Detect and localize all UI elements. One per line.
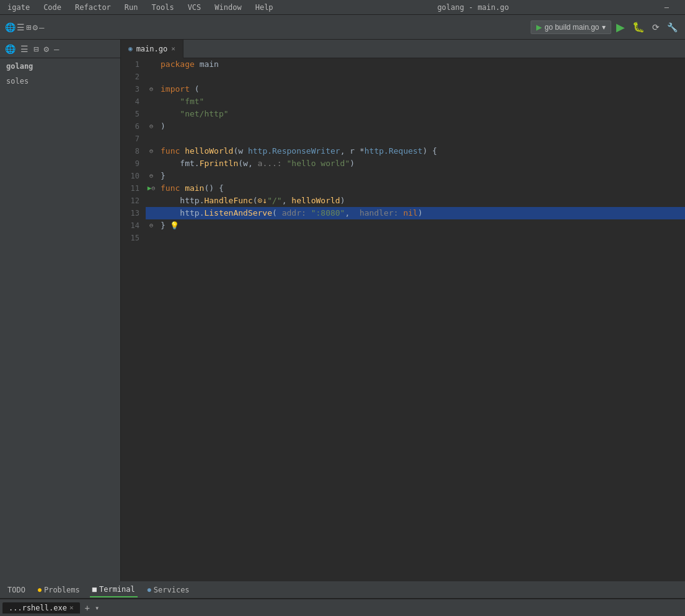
menu-refactor[interactable]: Refactor: [73, 2, 113, 13]
fold-icon-10[interactable]: ⊖: [149, 170, 153, 182]
code-line-9: 9 fmt.Fprintln(w, a...: "hello world"): [121, 157, 685, 170]
terminal-tabs: ...rshell.exe ✕ + ▾: [0, 599, 685, 616]
menu-vcs[interactable]: VCS: [185, 2, 204, 13]
code-line-6: 6 ⊖ ): [121, 120, 685, 133]
code-line-2: 2: [121, 71, 685, 83]
sidebar-minimize-icon[interactable]: —: [54, 44, 59, 54]
run-button[interactable]: ▶: [614, 18, 627, 37]
terminal-icon: ■: [92, 585, 97, 594]
code-line-11: 11 ▶⊖ func main() {: [121, 182, 685, 195]
code-line-15: 15: [121, 232, 685, 244]
terminal-tab-shell[interactable]: ...rshell.exe ✕: [2, 602, 80, 614]
toolbar-left-icons: 🌐 ☰ ⊞ ⚙ —: [5, 22, 44, 32]
window-title: golang - main.go: [435, 2, 511, 13]
code-line-14: 14 ⊖ } 💡: [121, 219, 685, 232]
bottom-tab-terminal[interactable]: ■ Terminal: [90, 583, 138, 597]
terminal-tab-label: ...rshell.exe: [9, 604, 67, 612]
code-line-13: 13 http.ListenAndServe( addr: ":8080", h…: [121, 207, 685, 219]
menu-igate[interactable]: igate: [5, 2, 32, 13]
bottom-tab-problems[interactable]: ● Problems: [35, 583, 82, 597]
terminal-tab-close[interactable]: ✕: [69, 604, 74, 612]
terminal-panel: ...rshell.exe ✕ + ▾ 4 -mthreads -fno-car…: [0, 599, 685, 616]
problems-icon: ●: [38, 586, 42, 593]
code-line-8: 8 ⊖ func helloWorld(w http.ResponseWrite…: [121, 145, 685, 157]
bottom-tabs-bar: TODO ● Problems ■ Terminal ● Services: [0, 581, 685, 599]
go-file-icon: ◉: [128, 45, 133, 53]
menu-window[interactable]: Window: [212, 2, 244, 13]
bottom-tab-todo[interactable]: TODO: [5, 583, 28, 597]
code-line-10: 10 ⊖ }: [121, 170, 685, 182]
services-icon: ●: [148, 586, 151, 593]
code-line-1: 1 package main: [121, 58, 685, 71]
bottom-tab-services[interactable]: ● Services: [145, 583, 192, 597]
run-config-dropdown-icon: ▾: [602, 23, 606, 32]
tab-close-button[interactable]: ✕: [171, 45, 175, 53]
toolbar: 🌐 ☰ ⊞ ⚙ — ▶ go build main.go ▾ ▶ 🐛 ⟳ 🔧: [0, 15, 685, 40]
sidebar-list-icon[interactable]: ☰: [20, 44, 29, 54]
main-layout: 🌐 ☰ ⊟ ⚙ — golang soles ◉ main.go ✕ 1 pac…: [0, 40, 685, 581]
fold-icon-8[interactable]: ⊖: [149, 145, 153, 157]
code-line-4: 4 "fmt": [121, 95, 685, 108]
terminal-add-button[interactable]: +: [82, 603, 92, 613]
fold-icon-6[interactable]: ⊖: [149, 120, 153, 133]
run-configuration-button[interactable]: ▶ go build main.go ▾: [531, 20, 611, 34]
minimize-icon[interactable]: —: [39, 22, 44, 32]
editor-tab-main-go[interactable]: ◉ main.go ✕: [121, 40, 183, 58]
editor-tabs: ◉ main.go ✕: [121, 40, 685, 58]
menu-code[interactable]: Code: [41, 2, 64, 13]
menu-help[interactable]: Help: [253, 2, 276, 13]
editor-area: ◉ main.go ✕ 1 package main 2 3 ⊖: [121, 40, 685, 581]
layout-icon[interactable]: ⊞: [26, 22, 31, 32]
sidebar-globe-icon[interactable]: 🌐: [5, 44, 15, 54]
code-line-7: 7: [121, 133, 685, 145]
run-config-icon: ▶: [536, 23, 542, 32]
run-arrow-icon[interactable]: ▶: [148, 182, 152, 195]
problems-label: Problems: [44, 586, 80, 594]
code-line-3: 3 ⊖ import (: [121, 83, 685, 95]
menu-run[interactable]: Run: [122, 2, 141, 13]
consoles-label: soles: [0, 74, 120, 88]
list-icon[interactable]: ☰: [17, 22, 25, 32]
fold-icon-11[interactable]: ⊖: [151, 182, 155, 195]
menu-bar: igate Code Refactor Run Tools VCS Window…: [0, 0, 685, 15]
fold-icon-14[interactable]: ⊖: [149, 219, 153, 232]
code-line-5: 5 "net/http": [121, 108, 685, 120]
coverage-button[interactable]: ⟳: [650, 20, 662, 35]
sidebar-toolbar: 🌐 ☰ ⊟ ⚙ —: [0, 40, 120, 58]
menu-tools[interactable]: Tools: [149, 2, 177, 13]
sidebar-layout-icon[interactable]: ⊟: [33, 44, 38, 54]
code-editor[interactable]: 1 package main 2 3 ⊖ import ( 4 "fmt": [121, 58, 685, 581]
run-config-label: go build main.go: [544, 23, 599, 32]
debug-button[interactable]: 🐛: [630, 19, 647, 35]
code-line-12: 12 http.HandleFunc(⊙↓"/", helloWorld): [121, 195, 685, 207]
sidebar-settings-icon[interactable]: ⚙: [43, 44, 48, 54]
left-sidebar: 🌐 ☰ ⊟ ⚙ — golang soles: [0, 40, 121, 581]
terminal-label: Terminal: [99, 585, 135, 594]
services-label: Services: [154, 586, 190, 594]
terminal-dropdown-button[interactable]: ▾: [95, 604, 99, 612]
globe-icon[interactable]: 🌐: [5, 22, 15, 32]
tab-label: main.go: [136, 45, 168, 53]
bulb-icon[interactable]: 💡: [166, 221, 179, 230]
project-name: golang: [0, 58, 120, 74]
todo-label: TODO: [7, 586, 25, 594]
fold-icon-3[interactable]: ⊖: [149, 83, 153, 95]
settings-icon[interactable]: ⚙: [32, 22, 37, 32]
profiler-button[interactable]: 🔧: [665, 20, 680, 35]
window-close[interactable]: —: [662, 2, 671, 13]
